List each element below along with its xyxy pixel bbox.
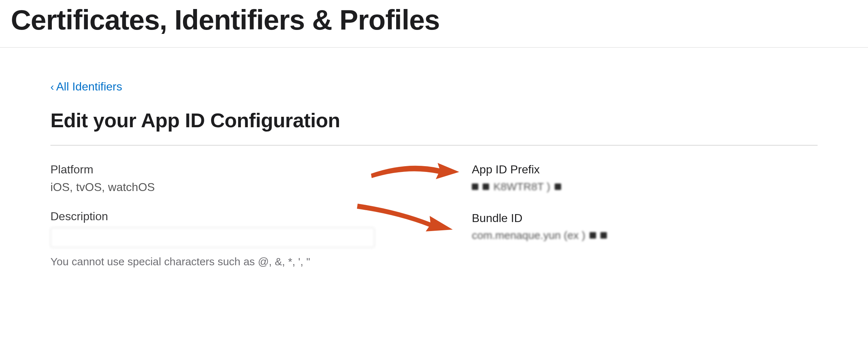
content-area: ‹ All Identifiers Edit your App ID Confi… <box>0 48 868 284</box>
page-title: Certificates, Identifiers & Profiles <box>0 0 868 47</box>
description-helper-text: You cannot use special characters such a… <box>50 256 375 268</box>
back-link-all-identifiers[interactable]: ‹ All Identifiers <box>50 80 122 93</box>
chevron-left-icon: ‹ <box>50 81 54 92</box>
description-input[interactable] <box>50 227 375 248</box>
section-divider <box>50 145 818 146</box>
app-id-prefix-value: K8WTR8T ) <box>472 181 818 193</box>
description-label: Description <box>50 210 375 223</box>
platform-value: iOS, tvOS, watchOS <box>50 181 375 194</box>
bundle-id-value: com.menaque.yun (ex ) <box>472 229 818 241</box>
section-heading: Edit your App ID Configuration <box>50 108 818 132</box>
platform-label: Platform <box>50 163 375 176</box>
app-id-prefix-label: App ID Prefix <box>472 163 818 176</box>
back-link-label: All Identifiers <box>56 80 122 93</box>
bundle-id-label: Bundle ID <box>472 212 818 225</box>
